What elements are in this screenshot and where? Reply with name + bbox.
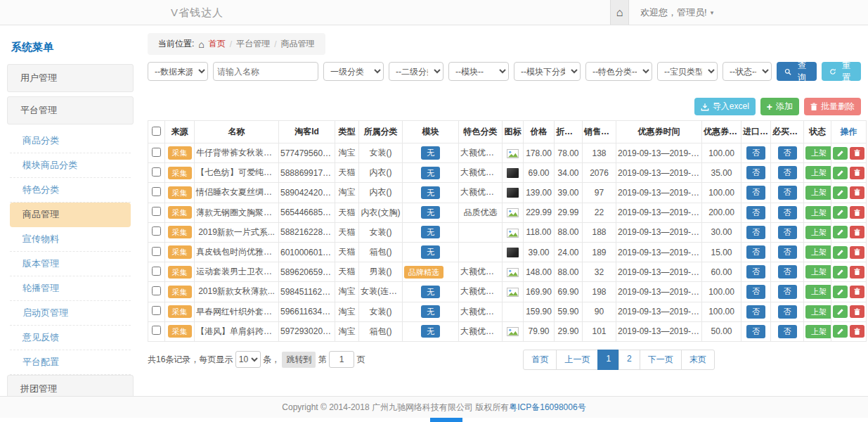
status-button[interactable]: 上架: [805, 305, 831, 319]
status-button[interactable]: 上架: [805, 186, 831, 199]
import-select-button[interactable]: 否: [746, 186, 765, 199]
must-buy-button[interactable]: 否: [778, 285, 797, 298]
must-buy-button[interactable]: 否: [778, 265, 797, 279]
import-select-button[interactable]: 否: [746, 146, 765, 160]
row-checkbox[interactable]: [152, 267, 161, 276]
filter-select[interactable]: --二级分类--: [389, 62, 443, 81]
filter-select[interactable]: 一级分类: [323, 62, 384, 81]
search-button[interactable]: 查询: [777, 62, 817, 81]
row-checkbox[interactable]: [152, 148, 161, 157]
edit-button[interactable]: [833, 147, 848, 160]
import-select-button[interactable]: 否: [746, 285, 765, 298]
status-button[interactable]: 上架: [805, 265, 831, 279]
delete-button[interactable]: [850, 325, 864, 338]
row-checkbox[interactable]: [152, 207, 161, 216]
filter-select[interactable]: --数据来源--: [148, 62, 208, 81]
page-jump-input[interactable]: [329, 351, 354, 368]
filter-select[interactable]: --状态--: [723, 62, 772, 81]
import-select-button[interactable]: 否: [746, 245, 765, 259]
edit-button[interactable]: [833, 167, 848, 179]
delete-button[interactable]: [850, 246, 864, 259]
row-checkbox[interactable]: [152, 306, 161, 315]
select-all-checkbox[interactable]: [152, 127, 161, 136]
import-excel-button[interactable]: 导入excel: [694, 98, 756, 115]
delete-button[interactable]: [850, 226, 864, 238]
row-checkbox[interactable]: [152, 226, 161, 236]
must-buy-button[interactable]: 否: [778, 186, 797, 199]
filter-select[interactable]: --模块下分类--: [514, 62, 581, 81]
taoke-id: 565446685867: [279, 203, 335, 222]
row-checkbox[interactable]: [152, 247, 161, 256]
status-button[interactable]: 上架: [805, 285, 831, 298]
import-select-button[interactable]: 否: [746, 166, 765, 179]
status-button[interactable]: 上架: [805, 206, 831, 219]
sidebar-item[interactable]: 意见反馈: [10, 326, 131, 350]
import-select-button[interactable]: 否: [746, 305, 765, 319]
icp-link[interactable]: 粤ICP备16098006号: [509, 402, 585, 414]
filter-select[interactable]: --模块--: [448, 62, 509, 81]
sidebar-item[interactable]: 商品分类: [10, 129, 131, 153]
must-buy-button[interactable]: 否: [778, 206, 797, 219]
home-button[interactable]: ⌂: [610, 0, 629, 25]
import-select-button[interactable]: 否: [746, 325, 765, 338]
must-buy-button[interactable]: 否: [778, 245, 797, 259]
filter-select[interactable]: --特色分类--: [585, 62, 652, 81]
edit-button[interactable]: [833, 266, 848, 279]
page-button[interactable]: 上一页: [556, 350, 598, 370]
page-button[interactable]: 2: [618, 350, 640, 370]
page-button[interactable]: 1: [597, 350, 619, 370]
must-buy-button[interactable]: 否: [778, 226, 797, 239]
status-button[interactable]: 上架: [805, 245, 831, 259]
edit-button[interactable]: [833, 206, 848, 219]
status-button[interactable]: 上架: [805, 166, 831, 179]
edit-button[interactable]: [833, 226, 848, 238]
import-select-button[interactable]: 否: [746, 206, 765, 219]
sidebar-group[interactable]: 平台管理: [7, 96, 134, 124]
user-menu[interactable]: 欢迎您，管理员! ▾: [640, 6, 713, 19]
row-checkbox[interactable]: [152, 167, 161, 177]
filter-name-input[interactable]: [213, 62, 318, 81]
import-select-button[interactable]: 否: [746, 265, 765, 279]
page-size-select[interactable]: 10: [235, 351, 261, 368]
must-buy-button[interactable]: 否: [778, 325, 797, 338]
breadcrumb-home-link[interactable]: 首页: [209, 38, 226, 50]
edit-button[interactable]: [833, 246, 848, 259]
edit-button[interactable]: [833, 286, 848, 298]
status-button[interactable]: 上架: [805, 325, 831, 338]
sidebar-item[interactable]: 平台配置: [10, 350, 131, 375]
row-checkbox[interactable]: [152, 326, 161, 335]
row-checkbox[interactable]: [152, 187, 161, 196]
add-button[interactable]: + 添加: [760, 98, 799, 115]
edit-button[interactable]: [833, 325, 848, 338]
delete-button[interactable]: [850, 305, 864, 318]
sidebar-item[interactable]: 宣传物料: [10, 227, 131, 252]
sidebar-item[interactable]: 模块商品分类: [10, 153, 131, 178]
edit-button[interactable]: [833, 305, 848, 318]
must-buy-button[interactable]: 否: [778, 166, 797, 179]
page-button[interactable]: 首页: [523, 350, 557, 370]
sidebar-item[interactable]: 版本管理: [10, 252, 131, 276]
must-buy-button[interactable]: 否: [778, 146, 797, 160]
must-buy-button[interactable]: 否: [778, 305, 797, 319]
import-select-button[interactable]: 否: [746, 226, 765, 239]
status-button[interactable]: 上架: [805, 146, 831, 160]
delete-button[interactable]: [850, 266, 864, 279]
reset-button[interactable]: 重置: [822, 62, 862, 81]
sidebar-group[interactable]: 用户管理: [7, 64, 134, 92]
batch-delete-button[interactable]: 批量删除: [804, 98, 861, 115]
delete-button[interactable]: [850, 286, 864, 298]
filter-select[interactable]: --宝贝类型--: [657, 62, 718, 81]
page-button[interactable]: 末页: [681, 350, 715, 370]
delete-button[interactable]: [850, 147, 864, 160]
status-button[interactable]: 上架: [805, 226, 831, 239]
delete-button[interactable]: [850, 206, 864, 219]
page-button[interactable]: 下一页: [640, 350, 682, 370]
delete-button[interactable]: [850, 186, 864, 199]
edit-button[interactable]: [833, 186, 848, 199]
sidebar-item[interactable]: 商品管理: [10, 203, 131, 227]
sidebar-item[interactable]: 启动页管理: [10, 301, 131, 326]
sidebar-item[interactable]: 特色分类: [10, 178, 131, 203]
delete-button[interactable]: [850, 167, 864, 179]
sidebar-item[interactable]: 轮播管理: [10, 276, 131, 301]
row-checkbox[interactable]: [152, 286, 161, 295]
